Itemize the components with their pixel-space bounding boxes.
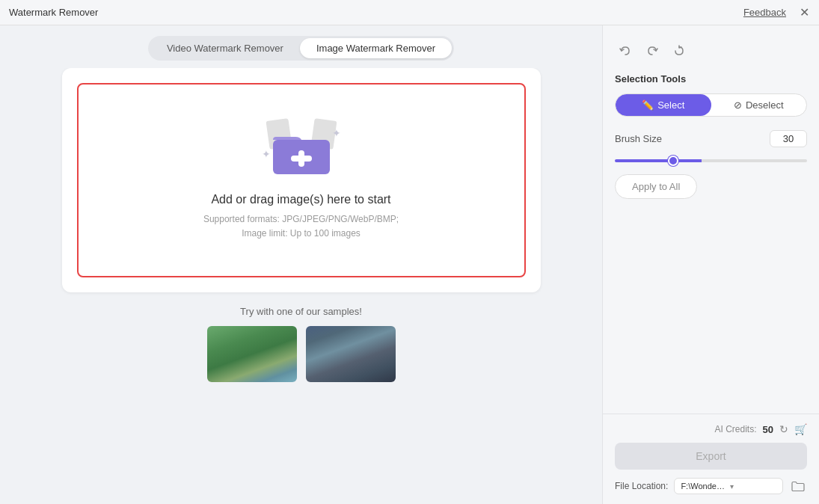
eraser-icon: ⊘ [734, 99, 742, 111]
svg-rect-2 [291, 156, 312, 162]
tab-container: Video Watermark Remover Image Watermark … [148, 36, 454, 61]
pencil-icon: ✏️ [642, 99, 654, 111]
open-folder-button[interactable] [789, 477, 807, 495]
samples-area: Try with one of our samples! [62, 306, 541, 382]
sample-image-2[interactable] [306, 326, 396, 382]
brush-size-label: Brush Size [615, 133, 662, 144]
right-panel: Selection Tools ✏️ Select ⊘ Deselect Bru… [602, 25, 819, 504]
folder-icon-wrapper: ✦ ✦ [268, 120, 335, 179]
tab-image[interactable]: Image Watermark Remover [300, 38, 452, 58]
cart-icon[interactable]: 🛒 [794, 423, 807, 435]
selection-buttons: ✏️ Select ⊘ Deselect [615, 93, 807, 117]
drop-zone[interactable]: ✦ ✦ Add or drag image(s) here to start S… [77, 83, 526, 277]
select-button[interactable]: ✏️ Select [616, 94, 711, 116]
file-location-label: File Location: [615, 481, 668, 491]
tools-section: Selection Tools ✏️ Select ⊘ Deselect Bru… [603, 25, 819, 414]
right-bottom: AI Credits: 50 ↻ 🛒 Export File Location:… [603, 414, 819, 504]
sparkle-right-icon: ✦ [332, 127, 341, 139]
dropdown-arrow-icon: ▾ [730, 482, 776, 491]
history-toolbar [615, 40, 807, 61]
redo-button[interactable] [642, 40, 663, 61]
brush-size-slider[interactable] [615, 159, 807, 162]
brush-size-row: Brush Size 30 [615, 130, 807, 147]
ai-credits-value: 50 [763, 424, 773, 435]
samples-row [62, 326, 541, 382]
undo-button[interactable] [615, 40, 636, 61]
ai-credits-label: AI Credits: [715, 424, 757, 434]
brush-size-value: 30 [770, 130, 807, 147]
close-button[interactable]: ✕ [798, 7, 810, 19]
deselect-button[interactable]: ⊘ Deselect [711, 94, 807, 116]
folder-main-icon [272, 128, 331, 179]
selection-tools-title: Selection Tools [615, 73, 807, 84]
file-location-row: File Location: F:\Wondershare UniCon ▾ [615, 477, 807, 495]
credits-row: AI Credits: 50 ↻ 🛒 [615, 423, 807, 435]
title-bar: Watermark Remover Feedback ✕ [0, 0, 819, 25]
tab-bar: Video Watermark Remover Image Watermark … [0, 25, 602, 68]
sparkle-left-icon: ✦ [262, 148, 271, 160]
drop-zone-sub: Supported formats: JPG/JPEG/PNG/WebP/BMP… [203, 212, 399, 241]
drop-zone-title: Add or drag image(s) here to start [211, 193, 390, 206]
app-title: Watermark Remover [9, 7, 98, 18]
rotate-button[interactable] [669, 40, 690, 61]
file-location-path: F:\Wondershare UniCon [681, 482, 727, 491]
title-actions: Feedback ✕ [743, 7, 810, 19]
samples-label: Try with one of our samples! [62, 306, 541, 317]
drop-card: ✦ ✦ Add or drag image(s) here to start S… [62, 68, 541, 292]
sample-image-1[interactable] [207, 326, 297, 382]
feedback-link[interactable]: Feedback [743, 7, 786, 18]
export-button[interactable]: Export [615, 443, 807, 470]
refresh-credits-icon[interactable]: ↻ [779, 423, 788, 435]
content-area: ✦ ✦ Add or drag image(s) here to start S… [0, 68, 602, 504]
app-body: Video Watermark Remover Image Watermark … [0, 25, 819, 504]
file-location-select[interactable]: F:\Wondershare UniCon ▾ [674, 478, 783, 494]
drop-zone-line1: Supported formats: JPG/JPEG/PNG/WebP/BMP… [203, 214, 399, 224]
apply-to-all-button[interactable]: Apply to All [615, 174, 697, 199]
tab-video[interactable]: Video Watermark Remover [150, 38, 300, 58]
main-area: Video Watermark Remover Image Watermark … [0, 25, 602, 504]
drop-zone-line2: Image limit: Up to 100 images [242, 228, 361, 239]
